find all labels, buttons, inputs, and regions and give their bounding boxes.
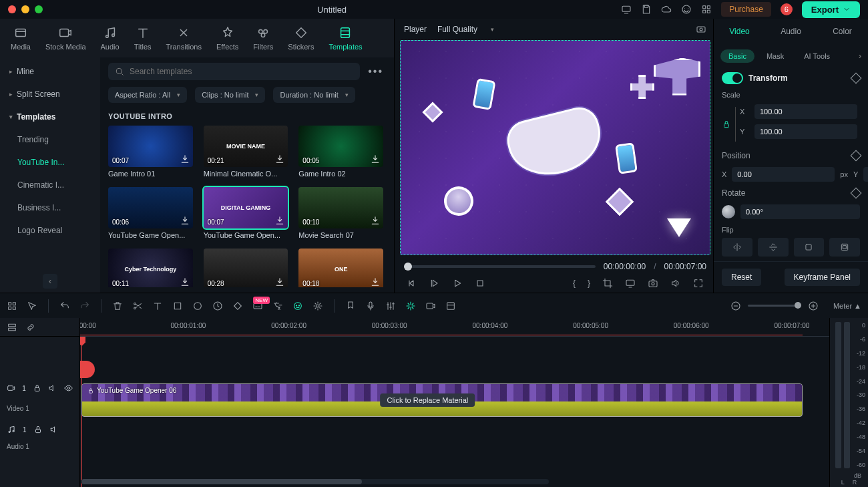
download-icon[interactable]: [180, 215, 190, 226]
lock-track-icon[interactable]: [33, 383, 41, 393]
download-icon[interactable]: [370, 277, 381, 287]
video-track-head[interactable]: 1: [0, 371, 79, 405]
mark-out-icon[interactable]: }: [588, 279, 590, 288]
sidebar-sub-3[interactable]: Business I...: [0, 196, 100, 219]
subtitle-icon[interactable]: NEW: [252, 301, 263, 311]
save-icon[interactable]: [641, 4, 652, 15]
purchase-button[interactable]: Purchase: [721, 2, 771, 17]
rotate-input[interactable]: [740, 204, 860, 219]
effects-tool-icon[interactable]: [312, 301, 323, 311]
sidebar-split-screen[interactable]: ▸Split Screen: [0, 83, 100, 106]
media-tab-titles[interactable]: Titles: [129, 23, 157, 53]
crop-icon[interactable]: [602, 278, 613, 289]
panel-tab-color[interactable]: Color: [817, 20, 868, 43]
prev-frame-icon[interactable]: [407, 278, 417, 289]
pointer-icon[interactable]: [27, 301, 37, 311]
keyframe-panel-button[interactable]: Keyframe Panel: [785, 269, 860, 286]
stop-icon[interactable]: [475, 278, 485, 289]
snapshot-compare-icon[interactable]: [696, 24, 706, 35]
hide-track-icon[interactable]: [64, 383, 73, 393]
marker-icon[interactable]: [345, 301, 356, 311]
media-tab-stickers[interactable]: Stickers: [282, 23, 319, 53]
more-icon[interactable]: •••: [365, 63, 386, 80]
panel-tab-video[interactable]: Video: [714, 20, 765, 43]
keyframe-icon[interactable]: [232, 301, 243, 311]
record-icon[interactable]: [425, 301, 436, 311]
search-input[interactable]: [130, 67, 353, 76]
sidebar-sub-1[interactable]: YouTube In...: [0, 151, 100, 174]
sidebar-collapse[interactable]: ‹: [43, 274, 57, 289]
fill-icon[interactable]: [829, 238, 860, 257]
preview-canvas[interactable]: [400, 40, 710, 255]
quality-select[interactable]: Full Quality▾: [437, 25, 494, 34]
filter-duration[interactable]: Duration : No limit▾: [273, 87, 355, 103]
timeline-tracks[interactable]: YouTube Game Opener 06 Click to Replace …: [80, 337, 829, 487]
subtab-more-icon[interactable]: ›: [859, 51, 861, 61]
transform-keyframe[interactable]: [851, 73, 862, 84]
media-tab-transitions[interactable]: Transitions: [161, 23, 207, 53]
filter-clips[interactable]: Clips : No limit▾: [195, 87, 265, 103]
audio-track-head[interactable]: 1: [0, 416, 79, 443]
download-icon[interactable]: [274, 154, 285, 164]
template-card[interactable]: MOVIE NAME00:21Minimal Cinematic O...: [204, 126, 288, 178]
rotate-dial[interactable]: [722, 205, 735, 218]
timeline-link-icon[interactable]: [25, 322, 36, 333]
grid-icon[interactable]: [7, 301, 17, 311]
download-icon[interactable]: [180, 154, 190, 164]
maximize-window[interactable]: [35, 5, 43, 13]
template-card[interactable]: 00:06YouTube Game Open...: [108, 187, 193, 239]
media-tab-effects[interactable]: Effects: [211, 23, 244, 53]
media-tab-audio[interactable]: Audio: [95, 23, 125, 53]
position-keyframe[interactable]: [851, 150, 862, 162]
apps-icon[interactable]: [701, 4, 712, 15]
sidebar-sub-4[interactable]: Logo Reveal: [0, 219, 100, 242]
fullscreen-icon[interactable]: [693, 278, 704, 289]
flip-horizontal[interactable]: [722, 238, 752, 257]
redo-icon[interactable]: [79, 301, 90, 311]
volume-icon[interactable]: [670, 278, 681, 289]
panel-subtab-basic[interactable]: Basic: [720, 49, 754, 63]
display-icon[interactable]: [625, 278, 636, 289]
timeline-ruler[interactable]: 00:0000:00:01:0000:00:02:0000:00:03:0000…: [80, 318, 829, 337]
minimize-window[interactable]: [21, 5, 29, 13]
zoom-slider[interactable]: [748, 305, 801, 307]
play-backward-icon[interactable]: [429, 278, 440, 289]
panel-tab-audio[interactable]: Audio: [765, 20, 817, 43]
transform-toggle[interactable]: [722, 72, 743, 84]
template-card[interactable]: ONE00:18: [298, 249, 383, 287]
fit-icon[interactable]: [794, 238, 825, 257]
filter-aspect-ratio[interactable]: Aspect Ratio : All▾: [108, 87, 187, 103]
voiceover-icon[interactable]: [365, 301, 376, 311]
delete-icon[interactable]: [112, 301, 123, 311]
sidebar-mine[interactable]: ▸Mine: [0, 60, 100, 83]
download-icon[interactable]: [370, 215, 381, 226]
search-templates[interactable]: [108, 63, 360, 80]
template-card[interactable]: 00:07Game Intro 01: [108, 126, 193, 178]
color-icon[interactable]: [192, 301, 203, 311]
sidebar-sub-2[interactable]: Cinematic I...: [0, 174, 100, 196]
device-icon[interactable]: [621, 4, 632, 15]
download-icon[interactable]: [274, 215, 285, 226]
undo-icon[interactable]: [59, 301, 70, 311]
text-icon[interactable]: [152, 301, 163, 311]
crop-tool-icon[interactable]: [172, 301, 183, 311]
mark-in-icon[interactable]: {: [573, 279, 576, 288]
snapshot-icon[interactable]: [648, 278, 658, 289]
rotate-keyframe[interactable]: [851, 188, 862, 199]
template-card[interactable]: Cyber Technology00:11: [108, 249, 193, 287]
scale-x-input[interactable]: [754, 104, 857, 119]
speed-icon[interactable]: [212, 301, 223, 311]
timeline-layers-icon[interactable]: [7, 322, 17, 333]
lock-icon[interactable]: [722, 120, 731, 129]
export-button[interactable]: Export: [802, 1, 860, 18]
template-card[interactable]: 00:28: [204, 249, 288, 287]
download-icon[interactable]: [370, 154, 381, 164]
flip-vertical[interactable]: [758, 238, 789, 257]
mute-audio-icon[interactable]: [49, 425, 59, 434]
pos-y-input[interactable]: [863, 167, 868, 182]
adjustment-icon[interactable]: [445, 301, 456, 311]
mixer-icon[interactable]: [385, 301, 396, 311]
panel-subtab-ai-tools[interactable]: AI Tools: [796, 49, 838, 63]
meter-label[interactable]: Meter ▲: [833, 302, 861, 310]
play-icon[interactable]: [452, 278, 463, 289]
